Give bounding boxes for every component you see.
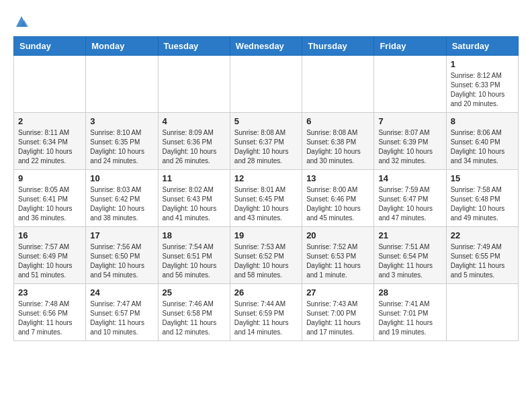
day-info: Sunrise: 7:48 AMSunset: 6:56 PMDaylight:… <box>18 300 81 337</box>
page-header <box>13 13 519 30</box>
calendar-cell <box>86 56 158 113</box>
day-number: 3 <box>90 116 153 126</box>
day-number: 27 <box>306 287 369 298</box>
calendar-cell: 17Sunrise: 7:56 AMSunset: 6:50 PMDayligh… <box>86 227 158 284</box>
calendar-table: SundayMondayTuesdayWednesdayThursdayFrid… <box>13 36 519 341</box>
weekday-header-row: SundayMondayTuesdayWednesdayThursdayFrid… <box>14 37 519 56</box>
calendar-cell: 26Sunrise: 7:44 AMSunset: 6:59 PMDayligh… <box>230 284 302 341</box>
calendar-cell: 12Sunrise: 8:01 AMSunset: 6:45 PMDayligh… <box>230 170 302 227</box>
calendar-cell: 16Sunrise: 7:57 AMSunset: 6:49 PMDayligh… <box>14 227 86 284</box>
calendar-cell: 21Sunrise: 7:51 AMSunset: 6:54 PMDayligh… <box>374 227 446 284</box>
day-number: 26 <box>234 287 298 298</box>
calendar-cell <box>158 56 230 113</box>
day-info: Sunrise: 8:11 AMSunset: 6:34 PMDaylight:… <box>18 128 81 166</box>
day-number: 19 <box>234 230 298 240</box>
day-number: 23 <box>18 287 81 298</box>
day-info: Sunrise: 7:58 AMSunset: 6:48 PMDaylight:… <box>451 185 514 223</box>
calendar-cell: 11Sunrise: 8:02 AMSunset: 6:43 PMDayligh… <box>158 170 230 227</box>
calendar-cell: 1Sunrise: 8:12 AMSunset: 6:33 PMDaylight… <box>446 56 518 113</box>
day-info: Sunrise: 7:56 AMSunset: 6:50 PMDaylight:… <box>90 242 153 280</box>
calendar-cell <box>230 56 302 113</box>
day-number: 18 <box>163 230 226 240</box>
day-info: Sunrise: 7:59 AMSunset: 6:47 PMDaylight:… <box>378 185 441 223</box>
day-info: Sunrise: 8:05 AMSunset: 6:41 PMDaylight:… <box>18 185 81 223</box>
calendar-cell: 28Sunrise: 7:41 AMSunset: 7:01 PMDayligh… <box>374 284 446 341</box>
calendar-cell <box>374 56 446 113</box>
day-number: 16 <box>18 230 81 240</box>
calendar-cell: 27Sunrise: 7:43 AMSunset: 7:00 PMDayligh… <box>302 284 374 341</box>
calendar-week-row: 2Sunrise: 8:11 AMSunset: 6:34 PMDaylight… <box>14 113 519 170</box>
calendar-week-row: 23Sunrise: 7:48 AMSunset: 6:56 PMDayligh… <box>14 284 519 341</box>
weekday-header: Wednesday <box>230 37 302 56</box>
day-number: 24 <box>90 287 153 298</box>
day-number: 21 <box>378 230 441 240</box>
day-number: 8 <box>451 116 514 126</box>
calendar-cell: 9Sunrise: 8:05 AMSunset: 6:41 PMDaylight… <box>14 170 86 227</box>
day-info: Sunrise: 7:46 AMSunset: 6:58 PMDaylight:… <box>163 300 226 337</box>
calendar-week-row: 1Sunrise: 8:12 AMSunset: 6:33 PMDaylight… <box>14 56 519 113</box>
day-info: Sunrise: 7:43 AMSunset: 7:00 PMDaylight:… <box>306 300 369 337</box>
weekday-header: Tuesday <box>158 37 230 56</box>
calendar-cell: 20Sunrise: 7:52 AMSunset: 6:53 PMDayligh… <box>302 227 374 284</box>
weekday-header: Sunday <box>14 37 86 56</box>
calendar-cell: 6Sunrise: 8:08 AMSunset: 6:38 PMDaylight… <box>302 113 374 170</box>
calendar-cell: 22Sunrise: 7:49 AMSunset: 6:55 PMDayligh… <box>446 227 518 284</box>
calendar-cell: 25Sunrise: 7:46 AMSunset: 6:58 PMDayligh… <box>158 284 230 341</box>
calendar-cell: 3Sunrise: 8:10 AMSunset: 6:35 PMDaylight… <box>86 113 158 170</box>
calendar-cell <box>14 56 86 113</box>
day-info: Sunrise: 7:57 AMSunset: 6:49 PMDaylight:… <box>18 242 81 280</box>
day-info: Sunrise: 8:01 AMSunset: 6:45 PMDaylight:… <box>234 185 298 223</box>
logo <box>13 13 30 30</box>
day-number: 10 <box>90 173 153 183</box>
calendar-cell <box>302 56 374 113</box>
day-info: Sunrise: 8:12 AMSunset: 6:33 PMDaylight:… <box>451 71 514 109</box>
day-number: 11 <box>163 173 226 183</box>
day-info: Sunrise: 8:07 AMSunset: 6:39 PMDaylight:… <box>378 128 441 166</box>
weekday-header: Monday <box>86 37 158 56</box>
day-info: Sunrise: 7:44 AMSunset: 6:59 PMDaylight:… <box>234 300 298 337</box>
day-info: Sunrise: 7:49 AMSunset: 6:55 PMDaylight:… <box>451 242 514 280</box>
calendar-cell: 14Sunrise: 7:59 AMSunset: 6:47 PMDayligh… <box>374 170 446 227</box>
day-info: Sunrise: 8:08 AMSunset: 6:38 PMDaylight:… <box>306 128 369 166</box>
calendar-cell: 2Sunrise: 8:11 AMSunset: 6:34 PMDaylight… <box>14 113 86 170</box>
calendar-week-row: 9Sunrise: 8:05 AMSunset: 6:41 PMDaylight… <box>14 170 519 227</box>
day-info: Sunrise: 7:47 AMSunset: 6:57 PMDaylight:… <box>90 300 153 337</box>
weekday-header: Saturday <box>446 37 518 56</box>
day-info: Sunrise: 7:52 AMSunset: 6:53 PMDaylight:… <box>306 242 369 280</box>
day-number: 1 <box>451 59 514 69</box>
calendar-cell: 19Sunrise: 7:53 AMSunset: 6:52 PMDayligh… <box>230 227 302 284</box>
day-number: 25 <box>163 287 226 298</box>
day-number: 12 <box>234 173 298 183</box>
day-info: Sunrise: 7:53 AMSunset: 6:52 PMDaylight:… <box>234 242 298 280</box>
calendar-cell: 8Sunrise: 8:06 AMSunset: 6:40 PMDaylight… <box>446 113 518 170</box>
calendar-cell <box>446 284 518 341</box>
day-number: 6 <box>306 116 369 126</box>
day-info: Sunrise: 8:00 AMSunset: 6:46 PMDaylight:… <box>306 185 369 223</box>
day-info: Sunrise: 7:51 AMSunset: 6:54 PMDaylight:… <box>378 242 441 280</box>
day-info: Sunrise: 7:41 AMSunset: 7:01 PMDaylight:… <box>378 300 441 337</box>
calendar-cell: 18Sunrise: 7:54 AMSunset: 6:51 PMDayligh… <box>158 227 230 284</box>
calendar-week-row: 16Sunrise: 7:57 AMSunset: 6:49 PMDayligh… <box>14 227 519 284</box>
weekday-header: Friday <box>374 37 446 56</box>
day-info: Sunrise: 8:09 AMSunset: 6:36 PMDaylight:… <box>163 128 226 166</box>
day-number: 14 <box>378 173 441 183</box>
calendar-cell: 5Sunrise: 8:08 AMSunset: 6:37 PMDaylight… <box>230 113 302 170</box>
calendar-cell: 4Sunrise: 8:09 AMSunset: 6:36 PMDaylight… <box>158 113 230 170</box>
day-number: 13 <box>306 173 369 183</box>
calendar-cell: 23Sunrise: 7:48 AMSunset: 6:56 PMDayligh… <box>14 284 86 341</box>
day-info: Sunrise: 8:08 AMSunset: 6:37 PMDaylight:… <box>234 128 298 166</box>
calendar-cell: 24Sunrise: 7:47 AMSunset: 6:57 PMDayligh… <box>86 284 158 341</box>
day-info: Sunrise: 8:03 AMSunset: 6:42 PMDaylight:… <box>90 185 153 223</box>
day-number: 9 <box>18 173 81 183</box>
day-number: 7 <box>378 116 441 126</box>
calendar-cell: 10Sunrise: 8:03 AMSunset: 6:42 PMDayligh… <box>86 170 158 227</box>
day-info: Sunrise: 8:10 AMSunset: 6:35 PMDaylight:… <box>90 128 153 166</box>
day-number: 17 <box>90 230 153 240</box>
day-info: Sunrise: 8:02 AMSunset: 6:43 PMDaylight:… <box>163 185 226 223</box>
day-number: 2 <box>18 116 81 126</box>
day-number: 5 <box>234 116 298 126</box>
calendar-cell: 7Sunrise: 8:07 AMSunset: 6:39 PMDaylight… <box>374 113 446 170</box>
logo-icon <box>13 13 30 30</box>
day-number: 28 <box>378 287 441 298</box>
day-number: 15 <box>451 173 514 183</box>
